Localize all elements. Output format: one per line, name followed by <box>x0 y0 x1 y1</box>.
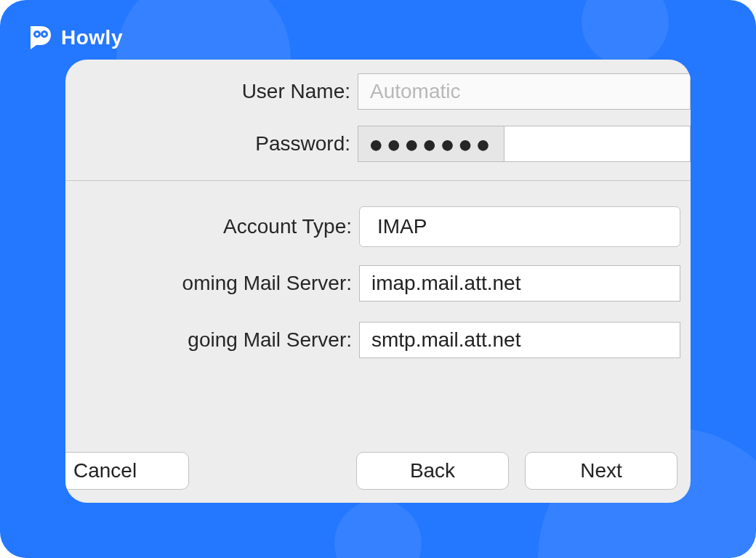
mail-setup-panel: User Name: Automatic Password: ●●●●●●● A… <box>65 60 691 503</box>
incoming-server-label: oming Mail Server: <box>65 272 359 295</box>
outgoing-server-value: smtp.mail.att.net <box>371 328 520 352</box>
cancel-button[interactable]: Cancel <box>65 452 189 490</box>
password-row: Password: ●●●●●●● <box>65 118 691 170</box>
incoming-server-input[interactable]: imap.mail.att.net <box>359 265 680 302</box>
card-container: Howly User Name: Automatic Password: ●●●… <box>0 0 756 558</box>
svg-point-2 <box>36 33 39 36</box>
server-section: Account Type: IMAP oming Mail Server: im… <box>65 198 691 368</box>
cancel-button-label: Cancel <box>73 459 137 482</box>
username-input[interactable]: Automatic <box>358 73 691 110</box>
account-type-row: Account Type: IMAP <box>65 198 691 255</box>
outgoing-server-label: going Mail Server: <box>65 328 359 352</box>
account-type-select[interactable]: IMAP <box>359 206 680 247</box>
incoming-server-row: oming Mail Server: imap.mail.att.net <box>65 255 691 312</box>
dialog-buttons: Cancel Back Next <box>65 452 691 490</box>
outgoing-server-input[interactable]: smtp.mail.att.net <box>359 322 680 358</box>
account-type-label: Account Type: <box>65 215 359 238</box>
next-button-label: Next <box>580 459 622 482</box>
brand-logo: Howly <box>28 25 123 51</box>
password-mask: ●●●●●●● <box>358 126 504 161</box>
username-placeholder-text: Automatic <box>370 80 461 103</box>
incoming-server-value: imap.mail.att.net <box>371 272 520 295</box>
back-button-label: Back <box>410 459 455 482</box>
svg-point-3 <box>43 33 46 36</box>
owl-icon <box>28 25 54 51</box>
username-label: User Name: <box>65 80 358 103</box>
section-divider <box>65 180 691 181</box>
brand-name: Howly <box>61 26 123 49</box>
next-button[interactable]: Next <box>525 452 677 490</box>
password-label: Password: <box>65 132 358 155</box>
username-row: User Name: Automatic <box>65 65 691 118</box>
account-type-value: IMAP <box>377 215 427 238</box>
outgoing-server-row: going Mail Server: smtp.mail.att.net <box>65 312 691 368</box>
back-button[interactable]: Back <box>356 452 509 490</box>
password-input[interactable]: ●●●●●●● <box>358 126 691 162</box>
bg-bubble <box>582 0 669 65</box>
bg-bubble <box>334 500 422 558</box>
